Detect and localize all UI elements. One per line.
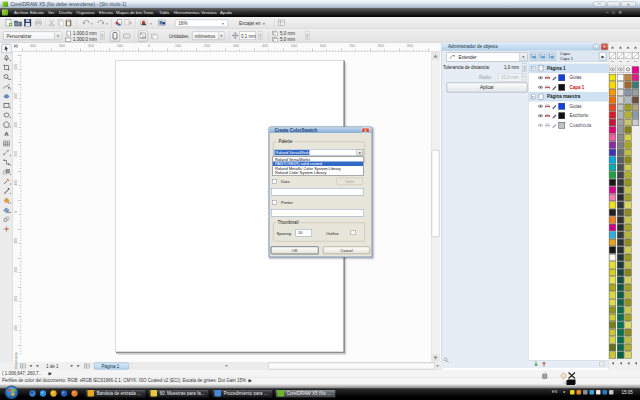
svg-text:A: A	[4, 131, 9, 137]
